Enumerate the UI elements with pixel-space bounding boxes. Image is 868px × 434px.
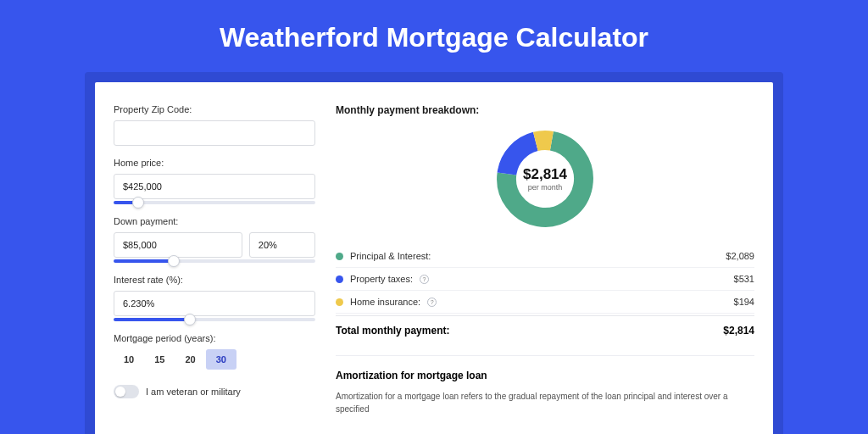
period-option-20[interactable]: 20 [175, 349, 206, 370]
interest-rate-field: Interest rate (%): [114, 275, 315, 321]
interest-rate-slider[interactable] [114, 318, 315, 321]
page-title: Weatherford Mortgage Calculator [0, 0, 868, 72]
legend-insurance: Home insurance: ? $194 [336, 291, 754, 314]
dot-icon [336, 298, 343, 306]
donut-chart: $2,814 per month [336, 128, 754, 230]
period-field: Mortgage period (years): 10 15 20 30 [114, 333, 315, 370]
breakdown-title: Monthly payment breakdown: [336, 104, 754, 116]
info-icon[interactable]: ? [420, 275, 429, 284]
total-label: Total monthly payment: [336, 325, 449, 337]
period-label: Mortgage period (years): [114, 333, 315, 343]
amortization-title: Amortization for mortgage loan [336, 370, 754, 381]
legend-label: Property taxes: [350, 274, 413, 284]
period-option-15[interactable]: 15 [144, 349, 175, 370]
veteran-label: I am veteran or military [146, 387, 241, 397]
calculator-card: Property Zip Code: Home price: Down paym… [95, 82, 773, 434]
period-option-30[interactable]: 30 [206, 349, 236, 370]
legend-principal: Principal & Interest: $2,089 [336, 245, 754, 268]
period-options: 10 15 20 30 [114, 349, 315, 370]
legend-label: Home insurance: [350, 297, 420, 307]
home-price-slider[interactable] [114, 201, 315, 204]
period-option-10[interactable]: 10 [114, 349, 144, 370]
amortization-section: Amortization for mortgage loan Amortizat… [336, 355, 754, 415]
zip-input[interactable] [114, 120, 315, 146]
down-payment-amount-input[interactable] [114, 232, 242, 258]
home-price-input[interactable] [114, 174, 315, 199]
donut-amount: $2,814 [523, 166, 567, 183]
card-shadow: Property Zip Code: Home price: Down paym… [85, 72, 783, 434]
down-payment-percent-input[interactable] [249, 232, 315, 258]
home-price-field: Home price: [114, 158, 315, 204]
home-price-label: Home price: [114, 158, 315, 168]
form-panel: Property Zip Code: Home price: Down paym… [114, 104, 315, 434]
legend-taxes: Property taxes: ? $531 [336, 268, 754, 291]
dot-icon [336, 253, 343, 260]
info-icon[interactable]: ? [427, 298, 437, 307]
total-row: Total monthly payment: $2,814 [336, 315, 754, 337]
zip-field: Property Zip Code: [114, 104, 315, 146]
interest-rate-input[interactable] [114, 291, 315, 316]
legend-value: $531 [734, 274, 754, 284]
dot-icon [336, 275, 343, 283]
amortization-text: Amortization for a mortgage loan refers … [336, 390, 754, 415]
veteran-row: I am veteran or military [114, 385, 315, 398]
interest-rate-label: Interest rate (%): [114, 275, 315, 285]
breakdown-panel: Monthly payment breakdown: $2,814 per mo… [336, 104, 754, 434]
donut-sub: per month [528, 183, 563, 192]
legend-label: Principal & Interest: [350, 251, 431, 261]
down-payment-slider[interactable] [114, 259, 315, 263]
legend-value: $2,089 [726, 251, 754, 261]
zip-label: Property Zip Code: [114, 104, 315, 114]
legend-value: $194 [734, 297, 754, 307]
down-payment-field: Down payment: [114, 216, 315, 263]
total-value: $2,814 [723, 325, 754, 337]
down-payment-label: Down payment: [114, 216, 315, 226]
veteran-toggle[interactable] [114, 385, 139, 398]
